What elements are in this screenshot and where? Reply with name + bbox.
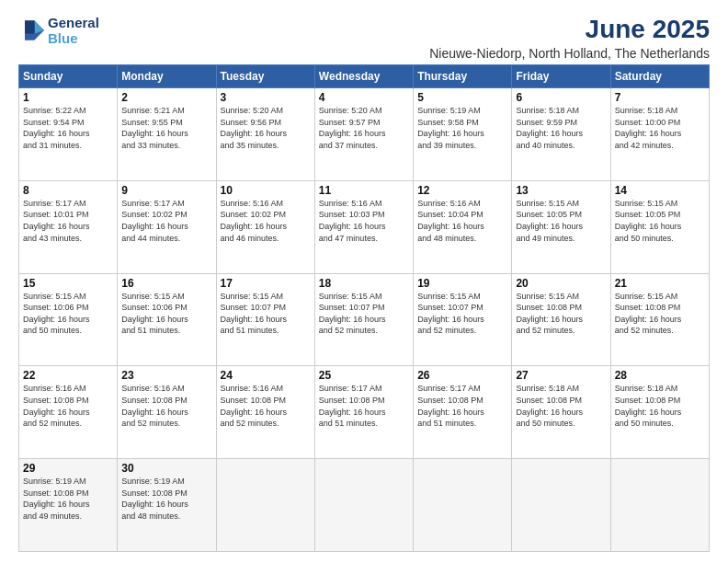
svg-marker-4 (25, 21, 35, 34)
calendar-cell: 23Sunrise: 5:16 AM Sunset: 10:08 PM Dayl… (118, 366, 216, 459)
calendar-cell: 17Sunrise: 5:15 AM Sunset: 10:07 PM Dayl… (216, 273, 314, 366)
weekday-header: Tuesday (216, 65, 314, 88)
calendar-week-row: 29Sunrise: 5:19 AM Sunset: 10:08 PM Dayl… (19, 459, 710, 552)
calendar-week-row: 1Sunrise: 5:22 AM Sunset: 9:54 PM Daylig… (19, 88, 710, 181)
day-detail: Sunrise: 5:18 AM Sunset: 9:59 PM Dayligh… (516, 105, 606, 151)
day-detail: Sunrise: 5:15 AM Sunset: 10:07 PM Daylig… (221, 291, 311, 337)
day-number: 5 (417, 91, 507, 104)
day-detail: Sunrise: 5:18 AM Sunset: 10:08 PM Daylig… (516, 383, 606, 429)
logo-line1: General (48, 15, 99, 30)
calendar-cell: 16Sunrise: 5:15 AM Sunset: 10:06 PM Dayl… (118, 273, 216, 366)
weekday-header: Sunday (19, 65, 118, 88)
title-block: June 2025 Nieuwe-Niedorp, North Holland,… (429, 15, 710, 61)
page: General Blue June 2025 Nieuwe-Niedorp, N… (0, 0, 728, 563)
day-number: 13 (516, 184, 606, 197)
logo-text: General Blue (48, 15, 99, 47)
day-detail: Sunrise: 5:16 AM Sunset: 10:03 PM Daylig… (319, 198, 409, 244)
calendar-cell: 9Sunrise: 5:17 AM Sunset: 10:02 PM Dayli… (118, 180, 216, 273)
main-title: June 2025 (429, 15, 710, 44)
calendar-cell: 6Sunrise: 5:18 AM Sunset: 9:59 PM Daylig… (512, 88, 610, 181)
day-number: 21 (615, 277, 705, 290)
calendar-cell: 19Sunrise: 5:15 AM Sunset: 10:07 PM Dayl… (414, 273, 512, 366)
day-detail: Sunrise: 5:16 AM Sunset: 10:08 PM Daylig… (23, 383, 113, 429)
day-detail: Sunrise: 5:19 AM Sunset: 10:08 PM Daylig… (121, 476, 211, 522)
day-number: 23 (121, 369, 211, 382)
calendar-cell (512, 459, 610, 552)
calendar-cell (414, 459, 512, 552)
calendar-cell: 28Sunrise: 5:18 AM Sunset: 10:08 PM Dayl… (610, 366, 709, 459)
day-detail: Sunrise: 5:17 AM Sunset: 10:08 PM Daylig… (417, 383, 507, 429)
day-detail: Sunrise: 5:15 AM Sunset: 10:07 PM Daylig… (319, 291, 409, 337)
day-detail: Sunrise: 5:15 AM Sunset: 10:08 PM Daylig… (516, 291, 606, 337)
day-detail: Sunrise: 5:15 AM Sunset: 10:05 PM Daylig… (615, 198, 705, 244)
calendar-cell: 12Sunrise: 5:16 AM Sunset: 10:04 PM Dayl… (414, 180, 512, 273)
day-number: 18 (319, 277, 409, 290)
day-number: 24 (221, 369, 311, 382)
day-detail: Sunrise: 5:17 AM Sunset: 10:01 PM Daylig… (23, 198, 113, 244)
day-number: 26 (417, 369, 507, 382)
calendar-table: SundayMondayTuesdayWednesdayThursdayFrid… (18, 64, 710, 552)
calendar-header-row: SundayMondayTuesdayWednesdayThursdayFrid… (19, 65, 710, 88)
calendar-cell: 2Sunrise: 5:21 AM Sunset: 9:55 PM Daylig… (118, 88, 216, 181)
weekday-header: Thursday (414, 65, 512, 88)
day-number: 22 (23, 369, 113, 382)
calendar-cell (216, 459, 314, 552)
calendar-cell: 18Sunrise: 5:15 AM Sunset: 10:07 PM Dayl… (314, 273, 413, 366)
calendar-cell: 21Sunrise: 5:15 AM Sunset: 10:08 PM Dayl… (610, 273, 709, 366)
day-detail: Sunrise: 5:16 AM Sunset: 10:08 PM Daylig… (121, 383, 211, 429)
calendar-cell: 24Sunrise: 5:16 AM Sunset: 10:08 PM Dayl… (216, 366, 314, 459)
day-detail: Sunrise: 5:15 AM Sunset: 10:07 PM Daylig… (417, 291, 507, 337)
day-detail: Sunrise: 5:15 AM Sunset: 10:08 PM Daylig… (615, 291, 705, 337)
day-detail: Sunrise: 5:15 AM Sunset: 10:06 PM Daylig… (23, 291, 113, 337)
day-detail: Sunrise: 5:20 AM Sunset: 9:57 PM Dayligh… (319, 105, 409, 151)
day-detail: Sunrise: 5:15 AM Sunset: 10:06 PM Daylig… (121, 291, 211, 337)
day-number: 1 (23, 91, 113, 104)
header: General Blue June 2025 Nieuwe-Niedorp, N… (18, 15, 710, 61)
calendar-cell: 22Sunrise: 5:16 AM Sunset: 10:08 PM Dayl… (19, 366, 118, 459)
calendar-cell: 20Sunrise: 5:15 AM Sunset: 10:08 PM Dayl… (512, 273, 610, 366)
day-number: 11 (319, 184, 409, 197)
day-detail: Sunrise: 5:19 AM Sunset: 10:08 PM Daylig… (23, 476, 113, 522)
calendar-cell: 25Sunrise: 5:17 AM Sunset: 10:08 PM Dayl… (314, 366, 413, 459)
day-detail: Sunrise: 5:16 AM Sunset: 10:08 PM Daylig… (221, 383, 311, 429)
calendar-cell: 11Sunrise: 5:16 AM Sunset: 10:03 PM Dayl… (314, 180, 413, 273)
calendar-week-row: 15Sunrise: 5:15 AM Sunset: 10:06 PM Dayl… (19, 273, 710, 366)
day-detail: Sunrise: 5:19 AM Sunset: 9:58 PM Dayligh… (417, 105, 507, 151)
day-number: 27 (516, 369, 606, 382)
day-detail: Sunrise: 5:18 AM Sunset: 10:00 PM Daylig… (615, 105, 705, 151)
day-number: 15 (23, 277, 113, 290)
logo-line2: Blue (48, 30, 78, 46)
calendar-cell: 13Sunrise: 5:15 AM Sunset: 10:05 PM Dayl… (512, 180, 610, 273)
day-number: 12 (417, 184, 507, 197)
calendar-cell: 7Sunrise: 5:18 AM Sunset: 10:00 PM Dayli… (610, 88, 709, 181)
day-number: 9 (121, 184, 211, 197)
day-number: 29 (23, 462, 113, 475)
day-number: 2 (121, 91, 211, 104)
day-number: 4 (319, 91, 409, 104)
calendar-cell (314, 459, 413, 552)
calendar-cell: 10Sunrise: 5:16 AM Sunset: 10:02 PM Dayl… (216, 180, 314, 273)
calendar-cell: 30Sunrise: 5:19 AM Sunset: 10:08 PM Dayl… (118, 459, 216, 552)
day-detail: Sunrise: 5:17 AM Sunset: 10:02 PM Daylig… (121, 198, 211, 244)
day-number: 30 (121, 462, 211, 475)
weekday-header: Monday (118, 65, 216, 88)
day-number: 7 (615, 91, 705, 104)
day-number: 19 (417, 277, 507, 290)
day-detail: Sunrise: 5:15 AM Sunset: 10:05 PM Daylig… (516, 198, 606, 244)
calendar-cell: 26Sunrise: 5:17 AM Sunset: 10:08 PM Dayl… (414, 366, 512, 459)
calendar-cell (610, 459, 709, 552)
day-number: 16 (121, 277, 211, 290)
calendar-cell: 3Sunrise: 5:20 AM Sunset: 9:56 PM Daylig… (216, 88, 314, 181)
day-number: 20 (516, 277, 606, 290)
day-number: 25 (319, 369, 409, 382)
calendar-cell: 29Sunrise: 5:19 AM Sunset: 10:08 PM Dayl… (19, 459, 118, 552)
calendar-week-row: 8Sunrise: 5:17 AM Sunset: 10:01 PM Dayli… (19, 180, 710, 273)
calendar-cell: 27Sunrise: 5:18 AM Sunset: 10:08 PM Dayl… (512, 366, 610, 459)
subtitle: Nieuwe-Niedorp, North Holland, The Nethe… (429, 46, 710, 61)
day-detail: Sunrise: 5:17 AM Sunset: 10:08 PM Daylig… (319, 383, 409, 429)
calendar-week-row: 22Sunrise: 5:16 AM Sunset: 10:08 PM Dayl… (19, 366, 710, 459)
logo-icon (18, 17, 44, 43)
day-number: 14 (615, 184, 705, 197)
day-detail: Sunrise: 5:21 AM Sunset: 9:55 PM Dayligh… (121, 105, 211, 151)
day-detail: Sunrise: 5:20 AM Sunset: 9:56 PM Dayligh… (221, 105, 311, 151)
